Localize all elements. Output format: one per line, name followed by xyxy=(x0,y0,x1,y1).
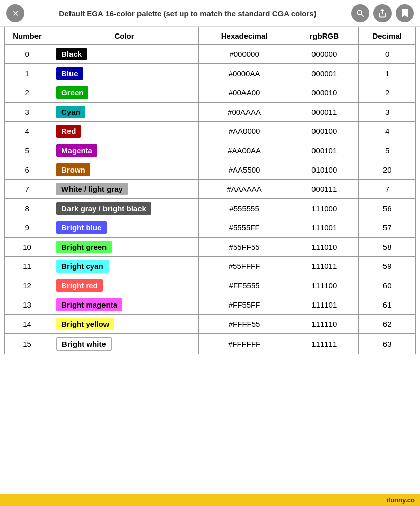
cell-rgb: 010100 xyxy=(290,160,359,180)
cell-hex: #000000 xyxy=(198,45,290,64)
cell-number: 10 xyxy=(5,238,50,257)
cell-decimal: 58 xyxy=(359,238,416,257)
cell-number: 13 xyxy=(5,295,50,315)
cell-hex: #FF55FF xyxy=(198,295,290,315)
cell-rgb: 000010 xyxy=(290,83,359,103)
cell-decimal: 3 xyxy=(359,103,416,122)
close-button[interactable]: ✕ xyxy=(6,4,24,22)
cell-color: Bright cyan xyxy=(50,257,199,276)
top-bar: ✕ Default EGA 16-color palette (set up t… xyxy=(0,0,420,27)
cell-decimal: 56 xyxy=(359,199,416,218)
col-hex: Hexadecimal xyxy=(198,27,290,45)
cell-color: Bright white xyxy=(50,334,199,354)
cell-hex: #AA5500 xyxy=(198,160,290,180)
table-row: 8Dark gray / bright black#55555511100056 xyxy=(5,199,416,218)
cell-hex: #FFFF55 xyxy=(198,315,290,334)
svg-line-1 xyxy=(361,14,364,17)
cell-color: Bright yellow xyxy=(50,315,199,334)
cell-color: Black xyxy=(50,45,199,64)
cell-rgb: 000001 xyxy=(290,64,359,83)
cell-number: 5 xyxy=(5,141,50,160)
cell-color: Brown xyxy=(50,160,199,180)
cell-decimal: 7 xyxy=(359,180,416,199)
bookmark-icon[interactable] xyxy=(396,4,414,22)
cell-number: 4 xyxy=(5,122,50,141)
cell-number: 2 xyxy=(5,83,50,103)
cell-color: Bright red xyxy=(50,276,199,295)
cell-number: 1 xyxy=(5,64,50,83)
cell-decimal: 5 xyxy=(359,141,416,160)
table-row: 15Bright white#FFFFFF11111163 xyxy=(5,334,416,354)
cell-number: 6 xyxy=(5,160,50,180)
cell-rgb: 111001 xyxy=(290,218,359,238)
cell-decimal: 62 xyxy=(359,315,416,334)
table-row: 3Cyan#00AAAA0000113 xyxy=(5,103,416,122)
share-icon[interactable] xyxy=(373,4,392,22)
color-table: Number Color Hexadecimal rgbRGB Decimal … xyxy=(4,27,416,354)
table-row: 14Bright yellow#FFFF5511111062 xyxy=(5,315,416,334)
cell-rgb: 000011 xyxy=(290,103,359,122)
cell-rgb: 111101 xyxy=(290,295,359,315)
cell-number: 8 xyxy=(5,199,50,218)
cell-decimal: 2 xyxy=(359,83,416,103)
table-row: 7White / light gray#AAAAAA0001117 xyxy=(5,180,416,199)
cell-hex: #55FF55 xyxy=(198,238,290,257)
cell-number: 9 xyxy=(5,218,50,238)
cell-hex: #55FFFF xyxy=(198,257,290,276)
col-rgb: rgbRGB xyxy=(290,27,359,45)
color-table-container: Number Color Hexadecimal rgbRGB Decimal … xyxy=(0,27,420,358)
cell-hex: #FFFFFF xyxy=(198,334,290,354)
cell-decimal: 59 xyxy=(359,257,416,276)
cell-rgb: 111000 xyxy=(290,199,359,218)
table-row: 2Green#00AA000000102 xyxy=(5,83,416,103)
col-number: Number xyxy=(5,27,50,45)
cell-decimal: 4 xyxy=(359,122,416,141)
table-row: 9Bright blue#5555FF11100157 xyxy=(5,218,416,238)
cell-decimal: 57 xyxy=(359,218,416,238)
top-bar-icons xyxy=(351,4,414,22)
table-row: 1Blue#0000AA0000011 xyxy=(5,64,416,83)
cell-number: 11 xyxy=(5,257,50,276)
cell-hex: #AA0000 xyxy=(198,122,290,141)
table-row: 12Bright red#FF555511110060 xyxy=(5,276,416,295)
brand-footer: ifunny.co xyxy=(0,494,420,506)
cell-rgb: 000000 xyxy=(290,45,359,64)
cell-rgb: 111100 xyxy=(290,276,359,295)
cell-color: Bright magenta xyxy=(50,295,199,315)
cell-rgb: 111110 xyxy=(290,315,359,334)
cell-rgb: 111010 xyxy=(290,238,359,257)
cell-hex: #00AA00 xyxy=(198,83,290,103)
table-header-row: Number Color Hexadecimal rgbRGB Decimal xyxy=(5,27,416,45)
cell-color: Green xyxy=(50,83,199,103)
cell-number: 14 xyxy=(5,315,50,334)
cell-number: 3 xyxy=(5,103,50,122)
cell-rgb: 111111 xyxy=(290,334,359,354)
search-icon[interactable] xyxy=(351,4,369,22)
cell-color: Blue xyxy=(50,64,199,83)
cell-decimal: 0 xyxy=(359,45,416,64)
page-wrapper: ✕ Default EGA 16-color palette (set up t… xyxy=(0,0,420,506)
col-color: Color xyxy=(50,27,199,45)
cell-decimal: 63 xyxy=(359,334,416,354)
table-row: 0Black#0000000000000 xyxy=(5,45,416,64)
col-decimal: Decimal xyxy=(359,27,416,45)
cell-decimal: 61 xyxy=(359,295,416,315)
cell-number: 15 xyxy=(5,334,50,354)
cell-decimal: 1 xyxy=(359,64,416,83)
cell-decimal: 20 xyxy=(359,160,416,180)
cell-rgb: 000100 xyxy=(290,122,359,141)
cell-number: 7 xyxy=(5,180,50,199)
cell-decimal: 60 xyxy=(359,276,416,295)
table-row: 4Red#AA00000001004 xyxy=(5,122,416,141)
page-title: Default EGA 16-color palette (set up to … xyxy=(24,9,351,18)
cell-color: Magenta xyxy=(50,141,199,160)
cell-hex: #FF5555 xyxy=(198,276,290,295)
cell-color: Bright blue xyxy=(50,218,199,238)
table-row: 10Bright green#55FF5511101058 xyxy=(5,238,416,257)
cell-hex: #555555 xyxy=(198,199,290,218)
cell-hex: #0000AA xyxy=(198,64,290,83)
cell-hex: #AA00AA xyxy=(198,141,290,160)
cell-color: Bright green xyxy=(50,238,199,257)
cell-color: Red xyxy=(50,122,199,141)
cell-number: 12 xyxy=(5,276,50,295)
